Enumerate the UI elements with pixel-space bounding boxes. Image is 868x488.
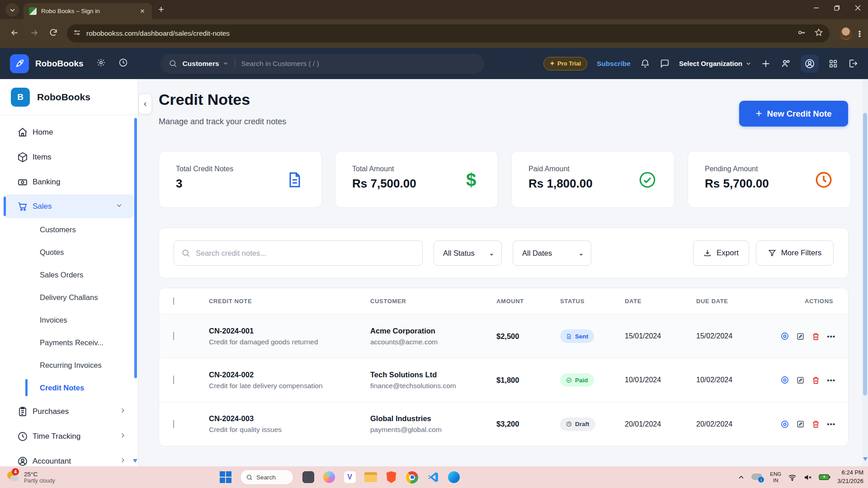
table-row[interactable]: CN-2024-001 Credit for damaged goods ret… <box>159 314 848 358</box>
delete-action-icon[interactable] <box>811 332 820 341</box>
view-action-icon[interactable] <box>780 332 789 341</box>
vscode-icon[interactable] <box>427 471 439 483</box>
windows-start-icon[interactable] <box>219 471 231 483</box>
brave-icon[interactable] <box>385 471 397 483</box>
refresh-icon[interactable] <box>49 28 58 39</box>
credit-notes-search-input[interactable] <box>196 249 415 258</box>
taskbar-search[interactable]: Search <box>240 469 293 485</box>
logout-icon[interactable] <box>848 58 858 69</box>
url-bar[interactable]: robobookss.com/dashboard/sales/credit-no… <box>67 24 830 42</box>
history-clock-icon[interactable] <box>118 58 128 69</box>
chrome-icon[interactable] <box>406 471 418 483</box>
restore-icon[interactable] <box>826 0 847 15</box>
url-text[interactable]: robobookss.com/dashboard/sales/credit-no… <box>86 29 789 38</box>
more-actions-icon[interactable]: ••• <box>827 420 835 428</box>
edit-action-icon[interactable] <box>796 376 805 385</box>
users-icon[interactable] <box>780 58 791 69</box>
view-action-icon[interactable] <box>780 420 789 429</box>
sidebar-item-sales[interactable]: Sales <box>4 194 134 218</box>
onedrive-icon[interactable]: i <box>751 473 763 482</box>
wifi-icon[interactable] <box>788 473 797 482</box>
minimize-icon[interactable] <box>806 0 826 15</box>
robobooks-logo-icon[interactable] <box>10 54 29 73</box>
account-profile-icon[interactable] <box>801 55 819 73</box>
table-row[interactable]: CN-2024-002 Credit for late delivery com… <box>159 358 848 402</box>
sidebar-subitem-recurring-invoices[interactable]: Recurring Invoices <box>0 354 138 376</box>
more-actions-icon[interactable]: ••• <box>827 333 835 340</box>
more-filters-button[interactable]: More Filters <box>756 240 834 266</box>
edit-action-icon[interactable] <box>796 332 805 341</box>
feedback-chat-icon[interactable] <box>660 59 670 69</box>
sidebar-scroll-down-icon[interactable] <box>133 459 137 463</box>
sidebar-subitem-invoices[interactable]: Invoices <box>0 309 138 331</box>
sidebar-item-purchases[interactable]: Purchases <box>0 399 138 424</box>
battery-charging-icon[interactable] <box>819 474 830 481</box>
browser-profile-avatar[interactable] <box>840 27 852 40</box>
row-checkbox[interactable] <box>173 332 174 340</box>
pro-trial-badge: ✦ Pro Trial <box>543 57 587 70</box>
export-button[interactable]: Export <box>693 240 749 266</box>
site-info-icon[interactable] <box>73 29 81 38</box>
password-key-icon[interactable] <box>797 28 806 39</box>
close-window-icon[interactable] <box>847 0 868 15</box>
sidebar-subitem-credit-notes[interactable]: Credit Notes <box>0 376 138 399</box>
sidebar-item-home[interactable]: Home <box>0 120 138 145</box>
sidebar-scrollbar[interactable] <box>134 118 137 378</box>
date-value: 20/01/2024 <box>625 420 696 428</box>
page-scrollbar-track[interactable] <box>862 79 868 466</box>
back-icon[interactable] <box>10 28 19 39</box>
forward-icon[interactable] <box>29 28 39 39</box>
select-organization-dropdown[interactable]: Select Organization <box>679 60 751 67</box>
chevron-down-icon[interactable] <box>223 60 228 68</box>
sidebar-collapse-button[interactable] <box>138 94 152 114</box>
sidebar-item-accountant[interactable]: Accountant <box>0 449 138 466</box>
taskbar-clock[interactable]: 6:24 PM 3/21/2026 <box>837 469 863 486</box>
edit-action-icon[interactable] <box>796 420 805 428</box>
search-scope-dropdown[interactable]: Customers <box>183 60 219 68</box>
select-all-checkbox[interactable] <box>173 297 174 305</box>
volume-muted-icon[interactable] <box>803 473 812 482</box>
taskbar-weather-widget[interactable]: 4 25°C Partly cloudy <box>6 466 55 488</box>
notifications-bell-icon[interactable] <box>640 59 650 69</box>
bookmark-star-icon[interactable] <box>814 28 823 39</box>
table-row[interactable]: CN-2024-003 Credit for quality issues Gl… <box>159 402 848 446</box>
add-plus-icon[interactable] <box>761 59 771 69</box>
copilot-icon[interactable] <box>323 471 335 483</box>
settings-gear-icon[interactable] <box>96 58 106 69</box>
sidebar-item-items[interactable]: Items <box>0 145 138 169</box>
edge-icon[interactable] <box>448 471 460 483</box>
sidebar-item-time-tracking[interactable]: Time Tracking <box>0 424 138 449</box>
sidebar-subitem-delivery-challans[interactable]: Delivery Challans <box>0 286 138 309</box>
subscribe-link[interactable]: Subscribe <box>597 60 631 68</box>
dark-app-icon[interactable] <box>302 471 314 483</box>
page-scrollbar-thumb[interactable] <box>863 113 867 395</box>
dates-select[interactable]: All Dates ⌄ <box>513 240 591 266</box>
row-checkbox[interactable] <box>173 375 174 384</box>
sidebar-subitem-customers[interactable]: Customers <box>0 218 138 241</box>
delete-action-icon[interactable] <box>811 376 820 385</box>
row-checkbox[interactable] <box>173 420 174 428</box>
v-app-icon[interactable]: V <box>344 471 356 483</box>
browser-tab[interactable]: Robo Books – Sign in × <box>24 3 152 19</box>
credit-notes-search[interactable] <box>174 240 423 266</box>
apps-grid-icon[interactable] <box>828 59 838 69</box>
sidebar-subitem-payments-received[interactable]: Payments Receiv... <box>0 331 138 354</box>
tray-chevron-up-icon[interactable] <box>738 474 745 481</box>
sidebar-subitem-sales-orders[interactable]: Sales Orders <box>0 263 138 286</box>
sidebar-item-banking[interactable]: Banking <box>0 169 138 194</box>
language-indicator[interactable]: ENG IN <box>770 471 781 484</box>
new-credit-note-button[interactable]: + New Credit Note <box>739 101 848 127</box>
status-select[interactable]: All Status ⌄ <box>434 240 502 266</box>
file-explorer-icon[interactable] <box>364 471 377 483</box>
global-search[interactable]: Customers <box>160 54 485 74</box>
sidebar-subitem-quotes[interactable]: Quotes <box>0 241 138 263</box>
global-search-input[interactable] <box>241 60 476 68</box>
browser-menu-icon[interactable]: ••• <box>859 30 861 37</box>
view-action-icon[interactable] <box>780 375 789 385</box>
new-tab-icon[interactable]: + <box>158 4 164 15</box>
tab-search-icon[interactable] <box>5 3 19 17</box>
delete-action-icon[interactable] <box>811 420 820 428</box>
page-scroll-down-icon[interactable] <box>863 457 868 461</box>
tab-close-icon[interactable]: × <box>137 6 147 16</box>
more-actions-icon[interactable]: ••• <box>827 376 835 384</box>
